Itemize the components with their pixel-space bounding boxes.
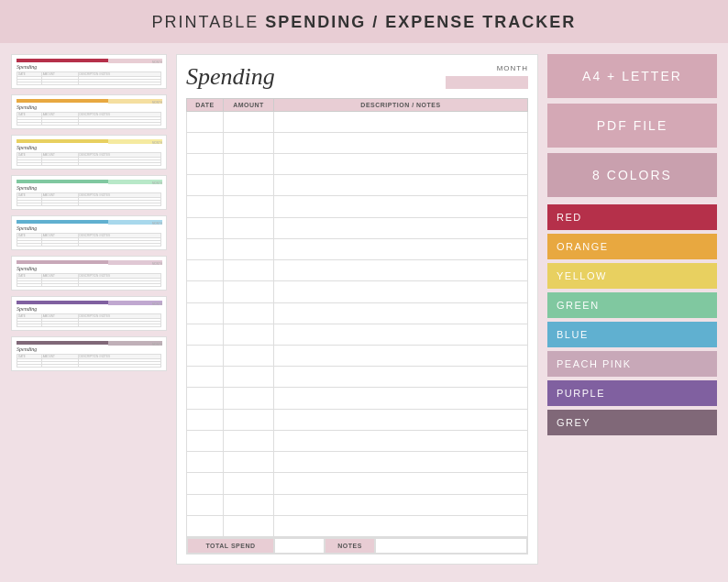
- table-row: [187, 515, 528, 536]
- table-row: [187, 281, 528, 302]
- color-row-peach-pink: PEACH PINK: [547, 351, 717, 377]
- thumb-grey[interactable]: Spending MONTH DATEAMOUNTDESCRIPTION / N…: [11, 336, 167, 371]
- table-row: [187, 494, 528, 515]
- table-row: [187, 175, 528, 196]
- table-row: [187, 132, 528, 153]
- color-row-orange: ORANGE: [547, 234, 717, 259]
- thumb-blue[interactable]: Spending MONTH DATEAMOUNTDESCRIPTION / N…: [11, 215, 167, 250]
- pdf-file-box: PDF FILE: [547, 104, 717, 148]
- table-row: [187, 409, 528, 430]
- thumb-peach-pink[interactable]: Spending MONTH DATEAMOUNTDESCRIPTION / N…: [11, 256, 167, 291]
- right-column: A4 + LETTER PDF FILE 8 COLORS REDORANGEY…: [547, 54, 717, 565]
- color-row-purple: PURPLE: [547, 380, 717, 406]
- eight-colors-box: 8 COLORS: [547, 153, 717, 197]
- tracker-footer: TOTAL SPEND NOTES: [186, 537, 528, 555]
- thumb-orange[interactable]: Spending MONTH DATEAMOUNTDESCRIPTION / N…: [11, 94, 167, 129]
- header-text-normal: PRINTABLE: [152, 13, 266, 31]
- header-text-bold: SPENDING / EXPENSE TRACKER: [265, 13, 576, 31]
- footer-notes-value: [375, 538, 527, 554]
- color-row-blue: BLUE: [547, 322, 717, 347]
- thumb-yellow[interactable]: Spending MONTH DATEAMOUNTDESCRIPTION / N…: [11, 135, 167, 170]
- col-description: DESCRIPTION / NOTES: [274, 98, 528, 111]
- colors-section: REDORANGEYELLOWGREENBLUEPEACH PINKPURPLE…: [547, 204, 717, 435]
- tracker-title: Spending: [186, 64, 275, 91]
- table-row: [187, 346, 528, 367]
- a4-letter-box: A4 + LETTER: [547, 54, 717, 98]
- table-row: [187, 473, 528, 494]
- table-row: [187, 430, 528, 451]
- page-header: PRINTABLE SPENDING / EXPENSE TRACKER: [0, 0, 728, 43]
- color-row-red: RED: [547, 204, 717, 230]
- col-amount: AMOUNT: [224, 98, 274, 111]
- table-row: [187, 367, 528, 388]
- color-row-yellow: YELLOW: [547, 263, 717, 289]
- tracker-month-box: [446, 76, 528, 89]
- tracker-month-label: MONTH: [497, 64, 528, 72]
- tracker-month-area: MONTH: [446, 64, 528, 89]
- footer-notes-label: NOTES: [325, 538, 375, 554]
- footer-total-spend-label: TOTAL SPEND: [187, 538, 274, 554]
- table-row: [187, 452, 528, 473]
- table-row: [187, 217, 528, 238]
- col-date: DATE: [187, 98, 224, 111]
- table-row: [187, 238, 528, 259]
- table-row: [187, 196, 528, 217]
- color-row-green: GREEN: [547, 292, 717, 318]
- table-row: [187, 260, 528, 281]
- tracker-table: DATE AMOUNT DESCRIPTION / NOTES: [186, 98, 528, 537]
- thumb-red[interactable]: Spending MONTH DATEAMOUNTDESCRIPTION / N…: [11, 54, 167, 89]
- table-row: [187, 324, 528, 345]
- footer-total-value: [274, 538, 325, 554]
- table-row: [187, 111, 528, 132]
- thumb-green[interactable]: Spending MONTH DATEAMOUNTDESCRIPTION / N…: [11, 175, 167, 210]
- table-row: [187, 154, 528, 175]
- thumbnails-column: Spending MONTH DATEAMOUNTDESCRIPTION / N…: [11, 54, 167, 565]
- color-row-grey: GREY: [547, 410, 717, 435]
- main-tracker: Spending MONTH DATE AMOUNT DESCRIPTION /…: [176, 54, 538, 565]
- thumb-purple[interactable]: Spending MONTH DATEAMOUNTDESCRIPTION / N…: [11, 296, 167, 331]
- table-row: [187, 302, 528, 324]
- table-row: [187, 388, 528, 409]
